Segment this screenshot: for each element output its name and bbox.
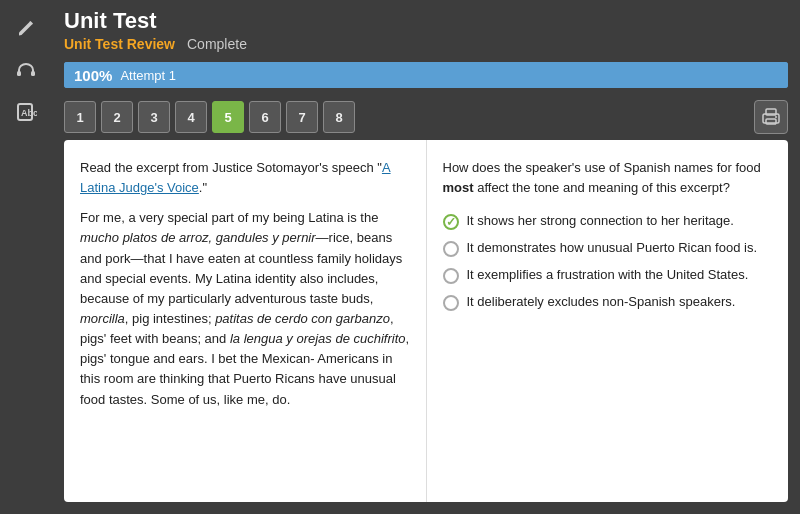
q-btn-2[interactable]: 2 [101, 101, 133, 133]
answer-list: It shows her strong connection to her he… [443, 213, 773, 311]
answer-label-2: It demonstrates how unusual Puerto Rican… [467, 240, 758, 255]
header-subtitle-row: Unit Test Review Complete [64, 36, 788, 52]
svg-point-7 [775, 116, 777, 118]
answer-label-4: It deliberately excludes non-Spanish spe… [467, 294, 736, 309]
question-nav-container: 1 2 3 4 5 6 7 8 [52, 94, 800, 140]
progress-percent: 100% [74, 67, 112, 84]
answer-radio-3[interactable] [443, 268, 459, 284]
header: Unit Test Unit Test Review Complete [52, 0, 800, 56]
svg-rect-0 [17, 71, 21, 76]
headphone-icon[interactable] [8, 52, 44, 88]
q-btn-3[interactable]: 3 [138, 101, 170, 133]
page-title: Unit Test [64, 8, 788, 34]
answer-item-1[interactable]: It shows her strong connection to her he… [443, 213, 773, 230]
q-btn-8[interactable]: 8 [323, 101, 355, 133]
q-btn-1[interactable]: 1 [64, 101, 96, 133]
answer-label-1: It shows her strong connection to her he… [467, 213, 734, 228]
status-badge: Complete [187, 36, 247, 52]
svg-rect-6 [766, 119, 776, 124]
main-content: Unit Test Unit Test Review Complete 100%… [52, 0, 800, 514]
q-btn-5[interactable]: 5 [212, 101, 244, 133]
svg-text:Abc: Abc [21, 108, 37, 118]
answer-item-2[interactable]: It demonstrates how unusual Puerto Rican… [443, 240, 773, 257]
svg-rect-1 [31, 71, 35, 76]
q-btn-6[interactable]: 6 [249, 101, 281, 133]
answer-radio-1[interactable] [443, 214, 459, 230]
progress-attempt: Attempt 1 [120, 68, 176, 83]
subtitle-label: Unit Test Review [64, 36, 175, 52]
content-panel: Read the excerpt from Justice Sotomayor'… [64, 140, 788, 502]
answer-radio-4[interactable] [443, 295, 459, 311]
question-text: How does the speaker's use of Spanish na… [443, 158, 773, 197]
passage-panel: Read the excerpt from Justice Sotomayor'… [64, 140, 427, 502]
dictionary-icon[interactable]: Abc [8, 94, 44, 130]
question-panel: How does the speaker's use of Spanish na… [427, 140, 789, 502]
question-nav: 1 2 3 4 5 6 7 8 [64, 101, 355, 133]
sidebar: Abc [0, 0, 52, 514]
q-btn-4[interactable]: 4 [175, 101, 207, 133]
print-button[interactable] [754, 100, 788, 134]
passage-intro: Read the excerpt from Justice Sotomayor'… [80, 158, 410, 198]
progress-bar: 100% Attempt 1 [64, 62, 788, 88]
pencil-icon[interactable] [8, 10, 44, 46]
answer-radio-2[interactable] [443, 241, 459, 257]
answer-item-4[interactable]: It deliberately excludes non-Spanish spe… [443, 294, 773, 311]
passage-body: For me, a very special part of my being … [80, 208, 410, 409]
answer-label-3: It exemplifies a frustration with the Un… [467, 267, 749, 282]
passage-link[interactable]: A Latina Judge's Voice [80, 160, 391, 195]
answer-item-3[interactable]: It exemplifies a frustration with the Un… [443, 267, 773, 284]
q-btn-7[interactable]: 7 [286, 101, 318, 133]
